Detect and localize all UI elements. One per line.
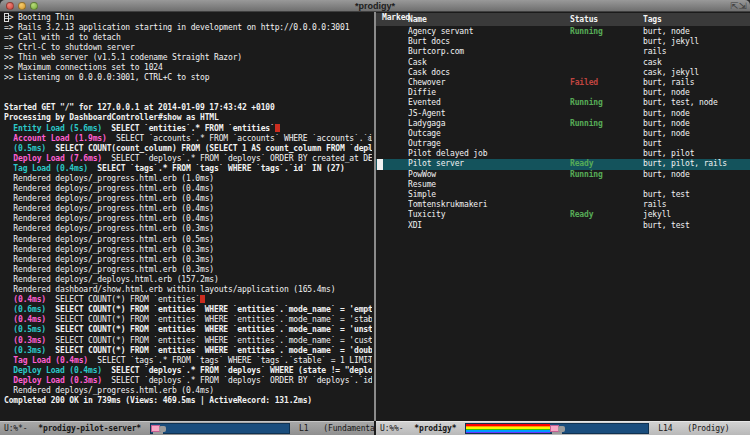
service-name: Simple <box>408 190 570 200</box>
modeline-line-number: L1 <box>299 424 308 433</box>
modeline-buffer: *prodigy-pilot-server* <box>38 424 141 433</box>
minimize-button[interactable] <box>18 2 26 10</box>
service-row[interactable]: Outrageburt <box>376 139 750 149</box>
modeline-major-mode: (Prodigy) <box>687 424 729 433</box>
service-name: Cask docs <box>408 68 570 78</box>
nyan-progress-bar <box>150 423 290 434</box>
rainbow-bar <box>466 424 550 433</box>
log-line: Completed 200 OK in 739ms (Views: 469.5m… <box>4 396 372 406</box>
rails-log-window[interactable]: => Booting Thin=> Rails 3.2.13 applicati… <box>0 12 374 407</box>
service-row[interactable]: Resume <box>376 180 750 190</box>
log-line: Rendered deploys/_deploys.html.erb (157.… <box>4 275 372 285</box>
service-row[interactable]: Pilot serverReadyburt, pilot, rails <box>376 159 750 169</box>
marked-cell <box>376 139 408 149</box>
service-row[interactable]: PowWowRunningburt, node <box>376 170 750 180</box>
rails-log: => Booting Thin=> Rails 3.2.13 applicati… <box>4 13 374 407</box>
marked-cell <box>376 129 408 139</box>
header-name: Name <box>408 15 570 24</box>
log-line: Rendered dashboard/show.html.erb within … <box>4 285 372 295</box>
service-tags: cask, jekyll <box>643 68 750 78</box>
service-list-header: Marked Name Status Tags <box>376 13 750 26</box>
service-name: Ladygaga <box>408 119 570 129</box>
log-line: Rendered deploys/_progress.html.erb (0.4… <box>4 214 372 224</box>
service-status: Running <box>570 170 643 180</box>
service-tags: burt, test <box>643 221 750 231</box>
service-status: Failed <box>570 78 643 88</box>
marked-cell <box>376 88 408 98</box>
service-row[interactable]: TuxicityReadyjekyll <box>376 210 750 220</box>
emacs-cursor <box>377 159 383 169</box>
log-line: Entity Load (5.6ms) SELECT `entities`.* … <box>4 124 372 134</box>
service-tags: burt, node <box>643 88 750 98</box>
prodigy-window[interactable]: Marked Name Status Tags Agency servantRu… <box>376 12 750 407</box>
service-row[interactable]: JS-Agentburt, node <box>376 109 750 119</box>
service-name: Outcage <box>408 129 570 139</box>
emacs-window: *prodigy* ⇱⇲ => Booting Thin=> Rails 3.2… <box>0 0 750 435</box>
log-line: (0.3ms) SELECT COUNT(*) FROM `entities` … <box>4 346 372 356</box>
service-tags: rails <box>643 47 750 57</box>
marked-cell <box>376 37 408 47</box>
service-row[interactable]: Cask docscask, jekyll <box>376 68 750 78</box>
marked-cell <box>376 58 408 68</box>
service-row[interactable]: EventedRunningburt, test, node <box>376 98 750 108</box>
truncation-arrow-icon: › <box>366 154 371 164</box>
service-row[interactable]: Diffieburt, node <box>376 88 750 98</box>
resize-icon[interactable]: ⇱⇲ <box>730 1 747 11</box>
service-status: Running <box>570 119 643 129</box>
service-row[interactable]: Burtcorp.comrails <box>376 47 750 57</box>
log-line: Started GET "/" for 127.0.0.1 at 2014-01… <box>4 103 372 113</box>
marked-cell <box>376 47 408 57</box>
log-line: Rendered deploys/_progress.html.erb (0.5… <box>4 235 372 245</box>
log-line: Tag Load (0.4ms) SELECT `tags`.* FROM `t… <box>4 164 372 174</box>
log-line <box>4 93 372 103</box>
truncation-arrow-icon: › <box>366 336 371 346</box>
service-row[interactable]: LadygagaRunningburt, node <box>376 119 750 129</box>
service-tags: cask <box>643 58 750 68</box>
truncation-arrow-icon: › <box>366 356 371 366</box>
log-line: => Ctrl-C to shutdown server <box>4 43 372 53</box>
service-row[interactable]: XDIburt, test <box>376 221 750 231</box>
service-name: Tuxicity <box>408 210 570 220</box>
window-title: *prodigy* <box>0 0 750 12</box>
modeline-flags: U:%*- <box>4 424 27 433</box>
marked-cell <box>376 68 408 78</box>
log-line: (0.5ms) SELECT COUNT(*) FROM `entities` … <box>4 325 372 335</box>
zoom-button[interactable] <box>30 2 38 10</box>
service-name: PowWow <box>408 170 570 180</box>
log-line: Processing by DashboardController#show a… <box>4 113 372 123</box>
log-line: (0.4ms) SELECT COUNT(*) FROM `entities` … <box>4 315 372 325</box>
service-row[interactable]: Tomtenskrukmakerirails <box>376 200 750 210</box>
service-row[interactable]: Simpleburt, test <box>376 190 750 200</box>
nyan-cat-icon <box>550 424 565 434</box>
marked-cell <box>376 119 408 129</box>
marked-cell <box>376 190 408 200</box>
log-line: (0.3ms) SELECT COUNT(*) FROM `entities` … <box>4 336 372 346</box>
header-status: Status <box>570 15 643 24</box>
truncation-arrow-icon: › <box>366 305 371 315</box>
emacs-frame: => Booting Thin=> Rails 3.2.13 applicati… <box>0 12 750 435</box>
service-tags: burt, test, node <box>643 98 750 108</box>
close-button[interactable] <box>6 2 14 10</box>
truncation-arrow-icon: › <box>366 144 371 154</box>
log-line: Rendered deploys/_progress.html.erb (0.3… <box>4 224 372 234</box>
log-line: Rendered deploys/_progress.html.erb (0.3… <box>4 265 372 275</box>
service-row[interactable]: Pilot delayed jobburt, pilot <box>376 149 750 159</box>
service-name: Cask <box>408 58 570 68</box>
service-list: Agency servantRunningburt, nodeBurt docs… <box>376 27 750 231</box>
service-row[interactable]: Caskcask <box>376 58 750 68</box>
service-tags: burt, node <box>643 119 750 129</box>
service-name: JS-Agent <box>408 109 570 119</box>
log-line: Deploy Load (7.6ms) SELECT `deploys`.* F… <box>4 154 372 164</box>
truncation-arrow-icon: › <box>366 366 371 376</box>
service-row[interactable]: Agency servantRunningburt, node <box>376 27 750 37</box>
service-status: Ready <box>570 159 643 169</box>
service-row[interactable]: ChewoverFailedburt, rails <box>376 78 750 88</box>
service-name: XDI <box>408 221 570 231</box>
truncation-arrow-icon: › <box>366 134 371 144</box>
service-row[interactable]: Outcageburt, node <box>376 129 750 139</box>
titlebar[interactable]: *prodigy* ⇱⇲ <box>0 0 750 12</box>
truncation-arrow-icon: › <box>366 346 371 356</box>
service-row[interactable]: Burt docsburt, jekyll <box>376 37 750 47</box>
service-name: Diffie <box>408 88 570 98</box>
traffic-lights <box>6 2 38 10</box>
